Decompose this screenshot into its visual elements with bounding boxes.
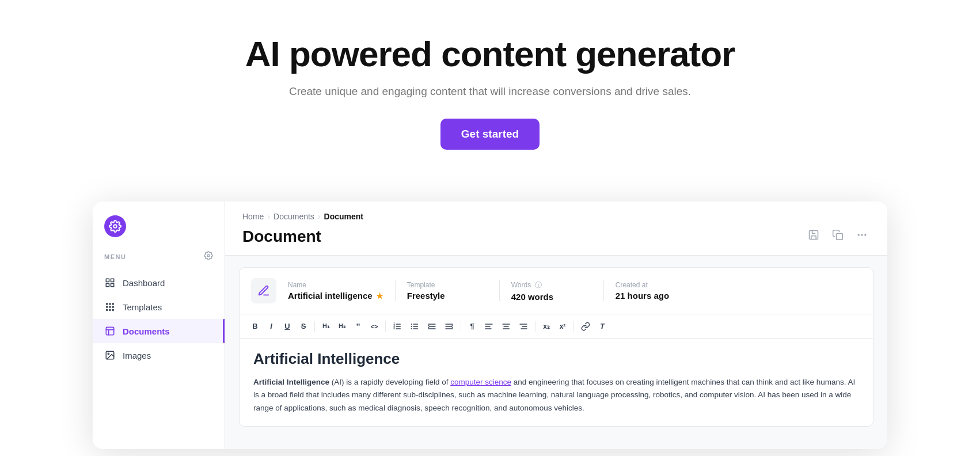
top-bar: Home › Documents › Document Document: [225, 202, 887, 256]
svg-point-23: [861, 234, 863, 235]
words-value: 420 words: [511, 292, 592, 302]
toolbar-superscript[interactable]: x²: [555, 320, 570, 333]
toolbar-sep-1: [314, 321, 315, 332]
meta-name-group: Name Artificial intelligence ★: [288, 281, 383, 301]
meta-created-group: Created at 21 hours ago: [616, 281, 696, 301]
save-button[interactable]: [806, 227, 822, 246]
sidebar-item-dashboard[interactable]: Dashboard: [93, 271, 225, 295]
toolbar-link[interactable]: [578, 320, 594, 333]
toolbar-align-left[interactable]: [481, 320, 497, 333]
settings-icon[interactable]: [204, 251, 213, 263]
toolbar-align-center[interactable]: [498, 320, 514, 333]
svg-point-6: [107, 303, 108, 305]
breadcrumb-home[interactable]: Home: [242, 212, 264, 221]
svg-point-34: [411, 324, 412, 325]
toolbar-clear-format[interactable]: T: [595, 320, 610, 333]
breadcrumb-sep-1: ›: [267, 212, 270, 221]
words-label: Words ⓘ: [511, 280, 592, 290]
name-value: Artificial intelligence ★: [288, 291, 383, 301]
svg-point-10: [109, 306, 111, 307]
sidebar-item-images[interactable]: Images: [93, 343, 225, 367]
toolbar-sep-2: [385, 321, 386, 332]
page-header: Document: [242, 227, 870, 246]
svg-point-0: [113, 225, 117, 228]
documents-icon: [104, 325, 116, 337]
toolbar-sep-5: [573, 321, 574, 332]
toolbar-h2[interactable]: H₂: [335, 320, 350, 332]
sidebar-templates-label: Templates: [123, 302, 162, 312]
sidebar-documents-label: Documents: [123, 326, 170, 336]
svg-point-11: [112, 306, 113, 307]
app-logo-icon: [104, 215, 126, 237]
template-value: Freestyle: [407, 291, 488, 301]
toolbar-ul[interactable]: [407, 320, 423, 333]
svg-point-8: [112, 303, 113, 305]
menu-label: MENU: [104, 253, 126, 260]
toolbar-indent-left[interactable]: [424, 320, 440, 333]
hero-title: AI powered content generator: [12, 35, 968, 74]
breadcrumb-sep-2: ›: [318, 212, 321, 221]
toolbar-bold[interactable]: B: [248, 320, 263, 333]
svg-point-24: [865, 234, 866, 235]
app-window: MENU Dashboard: [93, 202, 887, 449]
toolbar-ol[interactable]: 123: [389, 320, 405, 333]
svg-point-14: [112, 309, 113, 310]
sidebar-logo: [93, 215, 225, 251]
svg-rect-3: [111, 279, 114, 282]
editor-text-1: (AI) is a rapidly developing field of: [329, 378, 450, 386]
breadcrumb-current: Document: [324, 212, 363, 221]
doc-icon: [251, 278, 276, 303]
toolbar-underline[interactable]: U: [280, 320, 295, 333]
get-started-button[interactable]: Get started: [440, 119, 540, 150]
page-title: Document: [242, 227, 321, 246]
menu-header: MENU: [93, 251, 225, 271]
svg-point-19: [108, 353, 109, 354]
toolbar-align-right[interactable]: [515, 320, 531, 333]
sidebar: MENU Dashboard: [93, 202, 225, 449]
hero-subtitle: Create unique and engaging content that …: [12, 85, 968, 98]
template-label: Template: [407, 281, 488, 289]
svg-text:3: 3: [393, 327, 395, 330]
meta-divider-1: [395, 280, 396, 301]
meta-words-group: Words ⓘ 420 words: [511, 280, 592, 302]
editor-content[interactable]: Artificial Intelligence Artificial Intel…: [240, 339, 873, 426]
toolbar-code[interactable]: <>: [367, 321, 382, 332]
svg-point-13: [109, 309, 111, 310]
sidebar-item-templates[interactable]: Templates: [93, 295, 225, 319]
svg-rect-15: [106, 327, 114, 335]
toolbar-strikethrough[interactable]: S: [296, 320, 311, 333]
toolbar-indent-right[interactable]: [441, 320, 457, 333]
meta-template-group: Template Freestyle: [407, 281, 488, 301]
sidebar-item-documents[interactable]: Documents: [93, 319, 225, 343]
svg-point-35: [411, 326, 412, 327]
toolbar-quote[interactable]: ": [351, 319, 366, 333]
images-icon: [104, 349, 116, 361]
templates-icon: [104, 301, 116, 313]
toolbar-paragraph[interactable]: ¶: [465, 320, 480, 333]
editor-heading: Artificial Intelligence: [253, 350, 859, 368]
main-content: Home › Documents › Document Document: [225, 202, 887, 449]
copy-button[interactable]: [830, 227, 846, 246]
editor-body: Artificial Intelligence (AI) is a rapidl…: [253, 376, 859, 415]
editor-toolbar: B I U S H₁ H₂ " <> 123: [240, 314, 873, 339]
star-icon[interactable]: ★: [376, 291, 383, 301]
breadcrumb: Home › Documents › Document: [242, 212, 870, 221]
toolbar-h1[interactable]: H₁: [318, 320, 333, 332]
svg-rect-4: [111, 284, 114, 287]
sidebar-dashboard-label: Dashboard: [123, 278, 165, 288]
more-button[interactable]: [854, 227, 870, 246]
editor-bold-text: Artificial Intelligence: [253, 378, 329, 386]
document-card: Name Artificial intelligence ★ Template …: [239, 267, 873, 427]
created-label: Created at: [616, 281, 696, 289]
toolbar-sep-3: [461, 321, 461, 332]
svg-rect-20: [810, 231, 818, 240]
editor-link[interactable]: computer science: [450, 378, 511, 386]
meta-divider-2: [499, 280, 500, 301]
svg-point-9: [107, 306, 108, 307]
breadcrumb-documents[interactable]: Documents: [274, 212, 314, 221]
dashboard-icon: [104, 277, 116, 288]
toolbar-subscript[interactable]: x₂: [539, 320, 554, 333]
info-icon: ⓘ: [535, 281, 542, 289]
svg-point-22: [858, 234, 859, 235]
toolbar-italic[interactable]: I: [264, 320, 279, 333]
